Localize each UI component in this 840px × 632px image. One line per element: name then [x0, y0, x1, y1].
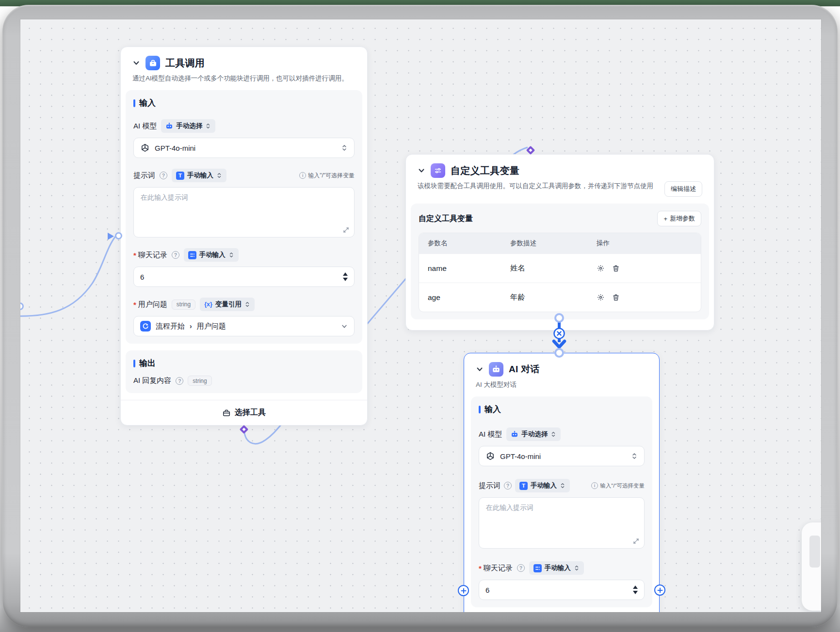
prompt-mode-dropdown[interactable]: T 手动输入 — [172, 169, 226, 182]
type-badge: string — [188, 376, 211, 386]
history-value: 6 — [485, 586, 489, 594]
collapse-chevron-icon[interactable] — [476, 365, 484, 373]
chevron-updown-icon — [216, 172, 222, 179]
model-label: AI 模型 — [479, 430, 502, 439]
reply-field-row: AI 回复内容 ? string — [133, 376, 355, 386]
node-top-port[interactable] — [556, 349, 564, 356]
history-number-input[interactable]: 6 — [479, 580, 645, 600]
help-icon[interactable]: ? — [160, 172, 167, 179]
section-bar — [133, 360, 135, 367]
edit-description-button[interactable]: 编辑描述 — [664, 181, 702, 197]
section-bar — [479, 406, 481, 413]
history-value: 6 — [140, 273, 144, 281]
output-section-title: 输出 — [133, 358, 355, 369]
robot-icon — [165, 122, 173, 130]
text-input-icon: T — [176, 172, 184, 180]
add-param-button[interactable]: + 新增参数 — [657, 211, 701, 226]
number-stepper[interactable] — [633, 585, 638, 594]
model-mode-dropdown[interactable]: 手动选择 — [161, 119, 215, 133]
history-mode-dropdown[interactable]: 手动输入 — [184, 248, 239, 262]
chevron-updown-icon — [205, 123, 211, 129]
chevron-down-icon — [341, 323, 348, 330]
edge-arrow-icon — [108, 233, 114, 240]
prompt-mode-dropdown[interactable]: T 手动输入 — [515, 479, 570, 492]
trash-icon[interactable] — [612, 265, 620, 272]
chevron-updown-icon — [550, 431, 556, 438]
question-ref-select[interactable]: 流程开始 › 用户问题 — [133, 316, 355, 336]
trash-icon[interactable] — [612, 294, 620, 301]
custom-vars-panel: 自定义工具变量 + 新增参数 参数名 参数描述 操作 name — [411, 204, 709, 319]
chevron-updown-icon — [574, 565, 580, 571]
node-title: 自定义工具变量 — [451, 164, 519, 177]
node-description: 该模块需要配合工具调用使用。可以自定义工具调用参数，并传递到下游节点使用 — [418, 181, 660, 191]
help-icon[interactable]: ? — [517, 564, 525, 572]
chevron-updown-icon — [244, 301, 250, 308]
select-tool-button[interactable]: 选择工具 — [121, 400, 367, 425]
tool-output-handle[interactable] — [240, 425, 248, 434]
slash-hint: i 输入"/"可选择变量 — [299, 172, 355, 180]
prompt-label: 提示词 — [133, 171, 155, 180]
collapse-chevron-icon[interactable] — [132, 59, 140, 67]
tool-input-handle[interactable] — [526, 146, 535, 155]
table-row: name 姓名 — [419, 253, 701, 283]
history-field-row: * 聊天记录 ? 手动输入 — [133, 248, 355, 262]
prompt-textarea-wrap — [479, 497, 645, 549]
openai-icon — [140, 143, 150, 153]
table-header-row: 参数名 参数描述 操作 — [419, 233, 701, 253]
number-stepper[interactable] — [343, 272, 348, 281]
node-description: 通过AI模型自动选择一个或多个功能块进行调用，也可以对插件进行调用。 — [132, 74, 355, 83]
input-section-title: 输入 — [479, 404, 645, 415]
add-left-port[interactable] — [458, 585, 469, 596]
panel-title: 自定义工具变量 — [419, 214, 473, 224]
required-mark: * — [479, 564, 482, 572]
question-field-row: * 用户问题 string {x} 变量引用 — [133, 298, 355, 311]
gear-icon[interactable] — [597, 264, 605, 272]
model-value: GPT-4o-mini — [500, 452, 541, 460]
step-up-icon[interactable] — [633, 585, 638, 589]
param-name: name — [419, 255, 501, 282]
text-input-icon: T — [519, 482, 528, 490]
node-ai-chat[interactable]: AI 对话 AI 大模型对话 输入 AI 模型 手动选择 — [464, 353, 660, 612]
help-icon[interactable]: ? — [172, 251, 179, 259]
col-param-name: 参数名 — [419, 233, 501, 253]
node-custom-vars-header: 自定义工具变量 — [418, 163, 702, 178]
node-left-port[interactable] — [115, 232, 122, 239]
node-custom-vars[interactable]: 自定义工具变量 该模块需要配合工具调用使用。可以自定义工具调用参数，并传递到下游… — [405, 154, 714, 331]
expand-icon[interactable] — [343, 227, 349, 233]
gear-icon[interactable] — [597, 293, 605, 301]
step-up-icon[interactable] — [343, 272, 348, 276]
collapse-chevron-icon[interactable] — [418, 167, 425, 174]
history-number-input[interactable]: 6 — [133, 267, 355, 287]
node-tool-call[interactable]: 工具调用 通过AI模型自动选择一个或多个功能块进行调用，也可以对插件进行调用。 … — [120, 47, 368, 426]
add-right-port[interactable] — [654, 585, 665, 596]
node-tool-call-header: 工具调用 — [132, 56, 355, 70]
openai-icon — [485, 451, 495, 461]
slash-hint: i 输入"/"可选择变量 — [591, 482, 645, 490]
step-down-icon[interactable] — [633, 591, 638, 594]
history-mode-dropdown[interactable]: 手动输入 — [529, 561, 584, 575]
step-down-icon[interactable] — [343, 278, 348, 281]
input-section-title: 输入 — [133, 97, 355, 109]
model-field-row: AI 模型 手动选择 — [133, 119, 355, 133]
model-field-row: AI 模型 手动选择 — [479, 427, 645, 441]
ref-separator: › — [190, 322, 192, 330]
prompt-textarea[interactable] — [479, 497, 645, 549]
question-label: 用户问题 — [138, 300, 167, 309]
type-badge: string — [172, 300, 195, 310]
prompt-field-row: 提示词 ? T 手动输入 i 输入"/"可选择变量 — [479, 479, 645, 492]
required-mark: * — [133, 251, 136, 259]
delete-edge-icon — [557, 332, 561, 335]
side-dock[interactable] — [802, 522, 821, 611]
expand-icon[interactable] — [633, 538, 639, 544]
question-mode-dropdown[interactable]: {x} 变量引用 — [200, 298, 255, 311]
prompt-textarea[interactable] — [133, 187, 355, 237]
required-mark: * — [133, 300, 136, 309]
model-select[interactable]: GPT-4o-mini — [479, 446, 645, 466]
help-icon[interactable]: ? — [504, 482, 512, 490]
col-param-desc: 参数描述 — [501, 233, 588, 253]
flow-canvas[interactable]: 工具调用 通过AI模型自动选择一个或多个功能块进行调用，也可以对插件进行调用。 … — [20, 19, 821, 612]
model-mode-dropdown[interactable]: 手动选择 — [506, 427, 561, 441]
model-select[interactable]: GPT-4o-mini — [133, 138, 355, 158]
node-title: 工具调用 — [165, 57, 205, 70]
help-icon[interactable]: ? — [176, 377, 183, 385]
